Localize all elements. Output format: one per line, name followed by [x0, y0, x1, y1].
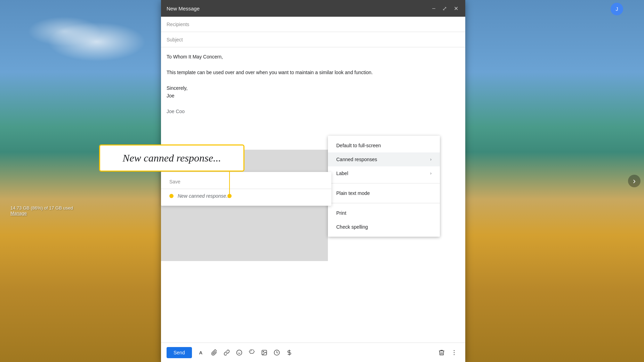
- body-line1: To Whom It May Concern,: [167, 53, 460, 61]
- minimize-button[interactable]: –: [431, 5, 437, 12]
- label-chevron: ›: [430, 171, 432, 176]
- body-partial: Joe Coo: [167, 108, 460, 115]
- close-button[interactable]: ✕: [452, 5, 460, 13]
- new-canned-response-item[interactable]: New canned response...: [161, 189, 331, 203]
- recipients-label: Recipients: [167, 22, 189, 27]
- send-button[interactable]: Send: [167, 347, 192, 358]
- nav-right-arrow[interactable]: ›: [628, 175, 641, 187]
- context-menu-separator-1: [328, 183, 440, 183]
- subject-field[interactable]: Subject: [161, 32, 465, 47]
- compose-fields: Recipients Subject: [161, 17, 465, 47]
- context-menu-separator-2: [328, 203, 440, 203]
- link-icon[interactable]: [221, 347, 232, 358]
- canned-responses-chevron: ›: [430, 157, 432, 162]
- svg-text:A: A: [199, 350, 202, 355]
- context-menu: Default to full-screen Canned responses …: [328, 136, 440, 237]
- storage-info: 14.73 GB (86%) of 17 GB used Manage: [10, 205, 73, 216]
- recipients-field[interactable]: Recipients: [161, 17, 465, 32]
- svg-point-10: [454, 354, 455, 355]
- svg-point-8: [454, 350, 455, 351]
- compose-toolbar: Send A: [161, 343, 465, 362]
- subject-label: Subject: [167, 37, 183, 42]
- body-line2: This template can be used over and over …: [167, 69, 460, 76]
- highlight-annotation-box: New canned response...: [99, 144, 244, 172]
- delete-icon[interactable]: [436, 347, 447, 358]
- save-subdropdown: Save New canned response...: [161, 172, 331, 206]
- context-menu-item-spellcheck[interactable]: Check spelling: [328, 220, 440, 234]
- more-options-icon[interactable]: [449, 347, 460, 358]
- svg-point-1: [236, 350, 242, 355]
- new-canned-response-label: New canned response...: [178, 193, 230, 199]
- compose-header: New Message – ⤢ ✕: [161, 0, 465, 17]
- svg-point-9: [454, 352, 455, 353]
- drive-icon[interactable]: [246, 347, 257, 358]
- yellow-dot-icon: [169, 194, 174, 198]
- emoji-icon[interactable]: [234, 347, 245, 358]
- context-menu-item-plaintext[interactable]: Plain text mode: [328, 186, 440, 200]
- storage-used-label: 14.73 GB (86%) of 17 GB used: [10, 205, 73, 211]
- manage-link[interactable]: Manage: [10, 211, 73, 216]
- body-line3: Sincerely,: [167, 84, 460, 92]
- context-menu-item-print[interactable]: Print: [328, 206, 440, 220]
- schedule-icon[interactable]: [271, 347, 282, 358]
- save-dropdown-title: Save: [161, 175, 331, 189]
- dollar-icon[interactable]: [284, 347, 295, 358]
- context-menu-item-canned[interactable]: Canned responses ›: [328, 152, 440, 166]
- image-icon[interactable]: [259, 347, 270, 358]
- highlight-annotation-text: New canned response...: [115, 152, 228, 164]
- user-avatar[interactable]: J: [611, 3, 623, 15]
- body-line4: Joe: [167, 92, 460, 100]
- attachment-icon[interactable]: [209, 347, 220, 358]
- context-menu-item-label[interactable]: Label ›: [328, 166, 440, 180]
- expand-button[interactable]: ⤢: [441, 5, 448, 13]
- compose-header-controls: – ⤢ ✕: [431, 5, 460, 13]
- svg-point-5: [263, 351, 264, 352]
- format-text-icon[interactable]: A: [196, 347, 207, 358]
- context-menu-item-fullscreen[interactable]: Default to full-screen: [328, 139, 440, 152]
- compose-title: New Message: [167, 6, 200, 11]
